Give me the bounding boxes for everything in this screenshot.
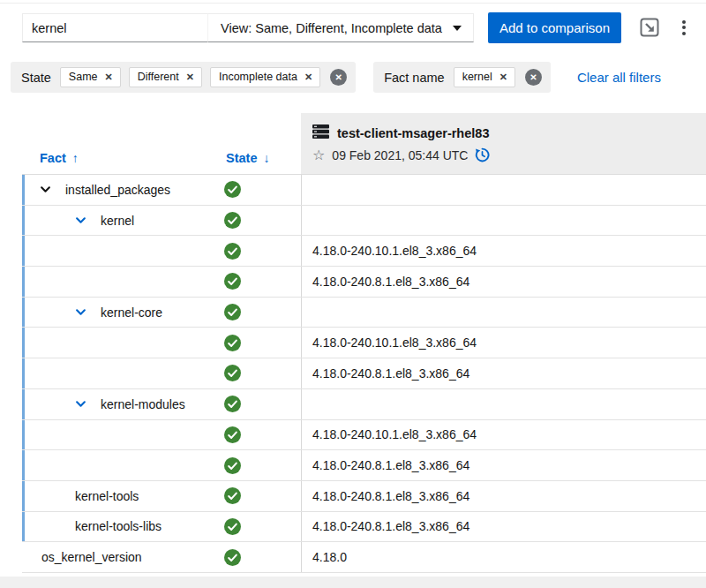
filter-chip: Incomplete data✕ [210, 67, 320, 87]
filter-chip-label: kernel [462, 71, 492, 83]
same-state-check-icon [224, 212, 241, 229]
same-state-check-icon [224, 181, 241, 198]
fact-row: 4.18.0-240.10.1.el8_3.x86_64 [22, 328, 706, 358]
view-filter-label: View: Same, Different, Incomplete data [221, 21, 442, 35]
fact-row-installed_packages: installed_packages [22, 175, 706, 206]
expand-toggle-chevron-icon[interactable] [75, 215, 86, 226]
fact-value [301, 206, 706, 236]
chip-remove-button[interactable]: ✕ [304, 72, 312, 82]
system-timestamp: 09 Feb 2021, 05:44 UTC [332, 148, 468, 162]
filter-group-state: State Same✕Different✕Incomplete data✕ ✕ [11, 62, 356, 93]
fact-row: 4.18.0-240.8.1.el8_3.x86_64 [22, 267, 706, 298]
chevron-down-icon [453, 26, 462, 31]
top-divider [0, 3, 706, 4]
fact-name: kernel [101, 214, 134, 228]
fact-value [301, 298, 706, 328]
column-header-state[interactable]: State ↓ [226, 151, 269, 165]
fact-value: 4.18.0 [301, 542, 706, 572]
sort-desc-icon: ↓ [263, 151, 269, 165]
fact-value: 4.18.0-240.8.1.el8_3.x86_64 [301, 481, 706, 511]
same-state-check-icon [224, 243, 241, 260]
same-state-check-icon [224, 426, 241, 443]
fact-row-kernel-core: kernel-core [22, 298, 706, 328]
same-state-check-icon [224, 365, 241, 381]
chip-list: kernel✕ [454, 67, 515, 87]
filter-chip-label: Different [138, 71, 179, 83]
fact-value: 4.18.0-240.10.1.el8_3.x86_64 [301, 236, 706, 266]
expand-toggle-chevron-icon[interactable] [75, 306, 86, 318]
filter-chip-label: Incomplete data [219, 71, 297, 83]
chip-list: Same✕Different✕Incomplete data✕ [60, 67, 320, 87]
fact-name: os_kernel_version [41, 550, 142, 564]
same-state-check-icon [224, 304, 241, 320]
fact-name: kernel-tools-libs [75, 519, 161, 533]
fact-row-kernel-tools: kernel-tools4.18.0-240.8.1.el8_3.x86_64 [22, 481, 706, 512]
fact-value: 4.18.0-240.8.1.el8_3.x86_64 [301, 512, 706, 542]
kebab-menu-button[interactable] [674, 15, 694, 40]
same-state-check-icon [224, 549, 241, 566]
filter-chip-label: Same [69, 71, 98, 83]
fact-row-os_kernel_version: os_kernel_version4.18.0 [22, 542, 706, 573]
chip-remove-button[interactable]: ✕ [499, 72, 507, 82]
same-state-check-icon [224, 273, 241, 290]
comparison-table: Fact ↑ State ↓ [22, 113, 706, 573]
same-state-check-icon [224, 457, 241, 474]
system-name: test-client-msager-rhel83 [337, 126, 489, 140]
same-state-check-icon [224, 518, 241, 535]
kebab-icon [682, 20, 686, 24]
bottom-strip [0, 577, 706, 588]
view-filter-select[interactable]: View: Same, Different, Incomplete data [208, 13, 474, 42]
chip-remove-button[interactable]: ✕ [105, 72, 113, 82]
fact-name: kernel-core [101, 305, 162, 320]
fact-row-kernel-tools-libs: kernel-tools-libs4.18.0-240.8.1.el8_3.x8… [22, 512, 706, 543]
export-button[interactable] [637, 15, 662, 42]
fact-row: 4.18.0-240.10.1.el8_3.x86_64 [22, 236, 706, 267]
drift-comparison-page: View: Same, Different, Incomplete data A… [0, 0, 706, 588]
history-icon[interactable] [475, 147, 490, 162]
server-icon [312, 124, 329, 141]
fact-value: 4.18.0-240.8.1.el8_3.x86_64 [301, 358, 706, 388]
fact-row-kernel-modules: kernel-modules [22, 389, 706, 420]
clear-all-filters-link[interactable]: Clear all filters [577, 70, 661, 85]
add-to-comparison-button[interactable]: Add to comparison [488, 12, 621, 43]
filter-chip: kernel✕ [454, 67, 515, 87]
fact-value: 4.18.0-240.10.1.el8_3.x86_64 [301, 328, 706, 358]
fact-value: 4.18.0-240.8.1.el8_3.x86_64 [301, 450, 706, 480]
fact-row: 4.18.0-240.8.1.el8_3.x86_64 [22, 450, 706, 481]
same-state-check-icon [224, 396, 241, 412]
fact-row-kernel: kernel [22, 206, 706, 237]
active-filters-bar: State Same✕Different✕Incomplete data✕ ✕ … [11, 62, 661, 93]
fact-row: 4.18.0-240.10.1.el8_3.x86_64 [22, 420, 706, 451]
expand-toggle-chevron-icon[interactable] [40, 184, 51, 195]
fact-value: 4.18.0-240.8.1.el8_3.x86_64 [301, 267, 706, 297]
column-header-fact[interactable]: Fact ↑ [40, 151, 79, 165]
clear-group-button[interactable]: ✕ [330, 69, 347, 86]
fact-name: kernel-modules [101, 397, 185, 411]
fact-value: 4.18.0-240.10.1.el8_3.x86_64 [301, 420, 706, 450]
filter-group-label: Fact name [384, 71, 445, 85]
fact-value [301, 389, 706, 419]
fact-row: 4.18.0-240.8.1.el8_3.x86_64 [22, 358, 706, 389]
fact-name: installed_packages [65, 183, 170, 197]
filter-chip: Same✕ [60, 67, 121, 87]
fact-search-input[interactable] [22, 13, 208, 42]
same-state-check-icon [224, 335, 241, 351]
filter-chip: Different✕ [129, 67, 202, 87]
fact-name: kernel-tools [75, 489, 139, 503]
filter-group-fact-name: Fact name kernel✕ ✕ [373, 62, 551, 93]
star-icon[interactable]: ☆ [312, 148, 325, 162]
sort-asc-icon: ↑ [72, 151, 79, 165]
chip-remove-button[interactable]: ✕ [186, 72, 194, 82]
fact-value [301, 175, 706, 205]
export-icon [639, 27, 660, 41]
same-state-check-icon [224, 487, 241, 504]
system-column-header: test-client-msager-rhel83 ☆ 09 Feb 2021,… [301, 113, 706, 174]
expand-toggle-chevron-icon[interactable] [75, 398, 86, 410]
filter-group-label: State [21, 71, 51, 85]
table-body: installed_packageskernel4.18.0-240.10.1.… [22, 174, 706, 573]
clear-group-button[interactable]: ✕ [525, 69, 542, 86]
table-header: Fact ↑ State ↓ [22, 113, 706, 174]
